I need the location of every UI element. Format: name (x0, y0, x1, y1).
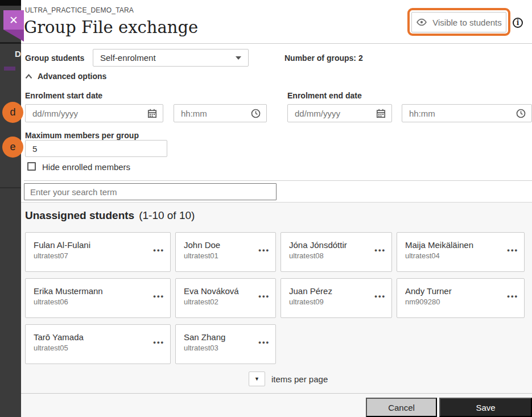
save-button[interactable]: Save (439, 398, 532, 417)
student-name: Andy Turner (405, 286, 516, 296)
visible-to-students-label: Visible to students (432, 18, 501, 27)
student-name: San Zhang (184, 332, 267, 342)
student-name: Erika Mustermann (34, 286, 162, 296)
group-students-select[interactable]: Self-enrolment (93, 49, 249, 67)
student-username: ultratest08 (289, 251, 383, 260)
student-card: Andy Turner nm909280 ••• (397, 278, 525, 318)
group-file-exchange-panel: D ULTRA_PRACTICE_DEMO_TARA Group File ex… (0, 0, 532, 417)
advanced-options-toggle[interactable]: Advanced options (25, 72, 106, 81)
enrolment-start-time-field[interactable] (174, 104, 267, 122)
enrolment-start-date-label: Enrolment start date (25, 91, 102, 100)
student-username: ultratest07 (34, 251, 162, 260)
calendar-icon (376, 109, 386, 118)
student-username: ultratest03 (184, 344, 267, 352)
advanced-options-label: Advanced options (38, 72, 106, 81)
student-name: John Doe (184, 240, 267, 250)
chevron-up-icon (25, 74, 32, 79)
sidebar-top-bar (0, 0, 21, 6)
student-name: Juan Pérez (289, 286, 383, 296)
page-title: Group File exchange (24, 18, 198, 37)
student-username: nm909280 (405, 298, 516, 306)
student-username: ultratest04 (405, 251, 516, 260)
student-card: Juan Pérez ultratest09 ••• (281, 278, 392, 318)
student-name: Eva Nováková (184, 286, 267, 296)
chevron-down-icon (236, 56, 241, 60)
cancel-button[interactable]: Cancel (366, 398, 437, 417)
enrolment-end-time-input[interactable] (403, 109, 516, 118)
student-name: Jóna Jónsdóttir (289, 240, 383, 250)
student-username: ultratest02 (184, 298, 267, 306)
max-members-label: Maximum members per group (25, 131, 139, 140)
items-per-page-select[interactable]: ▼ (249, 371, 265, 386)
sidebar-text-fragment: D (15, 49, 21, 59)
ellipsis-menu-icon[interactable]: ••• (258, 338, 270, 346)
enrolment-start-date-input[interactable] (27, 109, 147, 118)
header-divider (21, 43, 532, 44)
student-username: ultratest01 (184, 251, 267, 260)
close-icon[interactable]: ✕ (3, 10, 24, 30)
search-input[interactable] (24, 184, 276, 200)
student-card: Maija Meikäläinen ultratest04 ••• (397, 232, 525, 272)
section-range: (1-10 of 10) (139, 209, 195, 222)
info-icon[interactable]: i (513, 18, 523, 28)
hide-enrolled-label: Hide enrolled members (42, 162, 130, 172)
enrolment-end-date-label: Enrolment end date (287, 91, 362, 100)
number-of-groups-label: Number of groups: 2 (284, 53, 363, 63)
student-card: Fulan Al-Fulani ultratest07 ••• (25, 232, 171, 272)
calendar-icon (147, 109, 157, 118)
max-members-field[interactable] (25, 140, 167, 157)
sidebar-divider (0, 187, 21, 188)
student-name: Fulan Al-Fulani (34, 240, 162, 250)
hide-enrolled-checkbox[interactable] (27, 162, 36, 171)
breadcrumb: ULTRA_PRACTICE_DEMO_TARA (25, 6, 134, 14)
student-name: Tarō Yamada (34, 332, 162, 342)
annotation-marker-d: d (2, 102, 23, 123)
student-card: San Zhang ultratest03 ••• (175, 324, 276, 364)
student-card-grid: Fulan Al-Fulani ultratest07 ••• John Doe… (25, 232, 525, 364)
unassigned-students-heading: Unassigned students (1-10 of 10) (25, 209, 195, 222)
student-username: ultratest05 (34, 344, 162, 352)
eye-icon (416, 18, 427, 26)
max-members-input[interactable] (27, 144, 161, 154)
student-name: Maija Meikäläinen (405, 240, 516, 250)
ellipsis-menu-icon[interactable]: ••• (374, 246, 386, 254)
student-card: Eva Nováková ultratest02 ••• (175, 278, 276, 318)
student-card: Erika Mustermann ultratest06 ••• (25, 278, 171, 318)
student-card: John Doe ultratest01 ••• (175, 232, 276, 272)
enrolment-end-date-field[interactable] (287, 104, 392, 122)
ellipsis-menu-icon[interactable]: ••• (153, 246, 164, 254)
enrolment-end-time-field[interactable] (402, 104, 532, 122)
student-card: Jóna Jónsdóttir ultratest08 ••• (281, 232, 392, 272)
enrolment-end-date-input[interactable] (289, 109, 376, 118)
ellipsis-menu-icon[interactable]: ••• (153, 338, 164, 346)
caret-down-icon: ▼ (254, 376, 259, 382)
ellipsis-menu-icon[interactable]: ••• (258, 246, 270, 254)
enrolment-start-date-field[interactable] (25, 104, 163, 122)
student-card: Tarō Yamada ultratest05 ••• (25, 324, 171, 364)
group-students-label: Group students (25, 53, 84, 63)
section-title: Unassigned students (25, 209, 134, 222)
sidebar-accent-bar (4, 67, 15, 71)
group-students-selected-value: Self-enrolment (100, 53, 156, 63)
ellipsis-menu-icon[interactable]: ••• (153, 292, 164, 300)
annotation-marker-e: e (2, 137, 23, 158)
search-field[interactable] (24, 183, 277, 200)
student-username: ultratest06 (34, 298, 162, 306)
clock-icon (251, 109, 261, 118)
visible-to-students-button[interactable]: Visible to students (411, 12, 506, 32)
items-per-page-label: items per page (271, 374, 328, 384)
divider (24, 180, 532, 181)
ellipsis-menu-icon[interactable]: ••• (507, 292, 518, 300)
clock-icon (516, 109, 526, 118)
student-username: ultratest09 (289, 298, 383, 306)
background-sidebar: D (0, 0, 21, 417)
enrolment-start-time-input[interactable] (175, 109, 251, 118)
ellipsis-menu-icon[interactable]: ••• (507, 246, 518, 254)
sidebar-divider (0, 42, 21, 44)
ellipsis-menu-icon[interactable]: ••• (258, 292, 270, 300)
ellipsis-menu-icon[interactable]: ••• (374, 292, 386, 300)
